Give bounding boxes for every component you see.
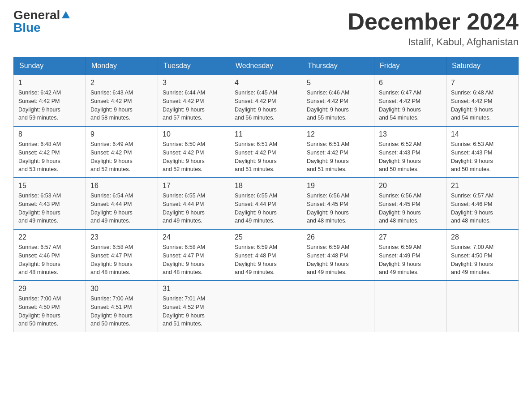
calendar-cell: 25 Sunrise: 6:59 AM Sunset: 4:48 PM Dayl… <box>230 229 302 281</box>
day-number: 19 <box>307 182 369 190</box>
header-day-monday: Monday <box>86 57 158 75</box>
week-row-3: 15 Sunrise: 6:53 AM Sunset: 4:43 PM Dayl… <box>14 178 519 229</box>
day-info: Sunrise: 6:52 AM Sunset: 4:43 PM Dayligh… <box>379 140 442 174</box>
title-section: December 2024 Istalif, Kabul, Afghanista… <box>348 9 519 48</box>
header-row: SundayMondayTuesdayWednesdayThursdayFrid… <box>14 57 519 75</box>
logo-general-text: General <box>13 9 60 21</box>
calendar-cell: 19 Sunrise: 6:56 AM Sunset: 4:45 PM Dayl… <box>302 178 374 229</box>
calendar-cell <box>302 281 374 332</box>
calendar-cell: 11 Sunrise: 6:51 AM Sunset: 4:42 PM Dayl… <box>230 126 302 178</box>
day-number: 26 <box>307 233 369 241</box>
day-number: 3 <box>163 79 225 87</box>
calendar-cell: 28 Sunrise: 7:00 AM Sunset: 4:50 PM Dayl… <box>446 229 519 281</box>
calendar-cell: 12 Sunrise: 6:51 AM Sunset: 4:42 PM Dayl… <box>302 126 374 178</box>
header-day-thursday: Thursday <box>302 57 374 75</box>
calendar-subtitle: Istalif, Kabul, Afghanistan <box>348 36 519 48</box>
calendar-cell: 1 Sunrise: 6:42 AM Sunset: 4:42 PM Dayli… <box>14 75 86 126</box>
calendar-cell: 6 Sunrise: 6:47 AM Sunset: 4:42 PM Dayli… <box>374 75 446 126</box>
calendar-cell: 9 Sunrise: 6:49 AM Sunset: 4:42 PM Dayli… <box>86 126 158 178</box>
day-number: 10 <box>163 130 225 138</box>
day-number: 28 <box>451 233 514 241</box>
day-number: 25 <box>235 233 297 241</box>
header-day-saturday: Saturday <box>446 57 519 75</box>
day-info: Sunrise: 6:45 AM Sunset: 4:42 PM Dayligh… <box>235 89 297 122</box>
calendar-cell <box>446 281 519 332</box>
day-number: 12 <box>307 130 369 138</box>
calendar-cell: 7 Sunrise: 6:48 AM Sunset: 4:42 PM Dayli… <box>446 75 519 126</box>
day-info: Sunrise: 7:00 AM Sunset: 4:50 PM Dayligh… <box>18 295 81 328</box>
week-row-5: 29 Sunrise: 7:00 AM Sunset: 4:50 PM Dayl… <box>14 281 519 332</box>
header-day-sunday: Sunday <box>14 57 86 75</box>
day-number: 30 <box>90 285 153 293</box>
day-number: 24 <box>163 233 225 241</box>
day-number: 6 <box>379 79 442 87</box>
day-number: 23 <box>90 233 153 241</box>
header-day-wednesday: Wednesday <box>230 57 302 75</box>
day-info: Sunrise: 6:54 AM Sunset: 4:44 PM Dayligh… <box>90 192 153 225</box>
day-info: Sunrise: 6:49 AM Sunset: 4:42 PM Dayligh… <box>90 140 153 174</box>
calendar-cell: 3 Sunrise: 6:44 AM Sunset: 4:42 PM Dayli… <box>158 75 230 126</box>
calendar-cell: 30 Sunrise: 7:00 AM Sunset: 4:51 PM Dayl… <box>86 281 158 332</box>
calendar-cell: 29 Sunrise: 7:00 AM Sunset: 4:50 PM Dayl… <box>14 281 86 332</box>
week-row-4: 22 Sunrise: 6:57 AM Sunset: 4:46 PM Dayl… <box>14 229 519 281</box>
day-number: 15 <box>18 182 81 190</box>
week-row-2: 8 Sunrise: 6:48 AM Sunset: 4:42 PM Dayli… <box>14 126 519 178</box>
calendar-cell: 27 Sunrise: 6:59 AM Sunset: 4:49 PM Dayl… <box>374 229 446 281</box>
day-number: 8 <box>18 130 81 138</box>
day-info: Sunrise: 6:53 AM Sunset: 4:43 PM Dayligh… <box>18 192 81 225</box>
calendar-cell: 17 Sunrise: 6:55 AM Sunset: 4:44 PM Dayl… <box>158 178 230 229</box>
calendar-cell <box>230 281 302 332</box>
day-number: 1 <box>18 79 81 87</box>
day-info: Sunrise: 6:58 AM Sunset: 4:47 PM Dayligh… <box>163 243 225 277</box>
day-number: 4 <box>235 79 297 87</box>
calendar-cell: 22 Sunrise: 6:57 AM Sunset: 4:46 PM Dayl… <box>14 229 86 281</box>
day-info: Sunrise: 6:51 AM Sunset: 4:42 PM Dayligh… <box>235 140 297 174</box>
calendar-cell: 18 Sunrise: 6:55 AM Sunset: 4:44 PM Dayl… <box>230 178 302 229</box>
day-info: Sunrise: 6:59 AM Sunset: 4:49 PM Dayligh… <box>379 243 442 277</box>
logo-triangle-icon <box>61 10 71 20</box>
calendar-cell: 10 Sunrise: 6:50 AM Sunset: 4:42 PM Dayl… <box>158 126 230 178</box>
day-info: Sunrise: 6:59 AM Sunset: 4:48 PM Dayligh… <box>235 243 297 277</box>
calendar-cell: 14 Sunrise: 6:53 AM Sunset: 4:43 PM Dayl… <box>446 126 519 178</box>
calendar-cell: 24 Sunrise: 6:58 AM Sunset: 4:47 PM Dayl… <box>158 229 230 281</box>
day-info: Sunrise: 6:59 AM Sunset: 4:48 PM Dayligh… <box>307 243 369 277</box>
day-number: 31 <box>163 285 225 293</box>
svg-marker-0 <box>62 11 70 18</box>
calendar-cell: 21 Sunrise: 6:57 AM Sunset: 4:46 PM Dayl… <box>446 178 519 229</box>
calendar-cell: 23 Sunrise: 6:58 AM Sunset: 4:47 PM Dayl… <box>86 229 158 281</box>
day-info: Sunrise: 6:46 AM Sunset: 4:42 PM Dayligh… <box>307 89 369 122</box>
calendar-cell <box>374 281 446 332</box>
logo: General Blue <box>13 9 71 34</box>
day-number: 17 <box>163 182 225 190</box>
day-info: Sunrise: 7:00 AM Sunset: 4:50 PM Dayligh… <box>451 243 514 277</box>
calendar-cell: 2 Sunrise: 6:43 AM Sunset: 4:42 PM Dayli… <box>86 75 158 126</box>
calendar-table: SundayMondayTuesdayWednesdayThursdayFrid… <box>13 57 519 332</box>
day-info: Sunrise: 6:55 AM Sunset: 4:44 PM Dayligh… <box>163 192 225 225</box>
day-number: 21 <box>451 182 514 190</box>
calendar-cell: 4 Sunrise: 6:45 AM Sunset: 4:42 PM Dayli… <box>230 75 302 126</box>
day-info: Sunrise: 6:53 AM Sunset: 4:43 PM Dayligh… <box>451 140 514 174</box>
header-day-tuesday: Tuesday <box>158 57 230 75</box>
calendar-cell: 8 Sunrise: 6:48 AM Sunset: 4:42 PM Dayli… <box>14 126 86 178</box>
header-day-friday: Friday <box>374 57 446 75</box>
calendar-cell: 13 Sunrise: 6:52 AM Sunset: 4:43 PM Dayl… <box>374 126 446 178</box>
day-number: 27 <box>379 233 442 241</box>
day-number: 16 <box>90 182 153 190</box>
day-info: Sunrise: 7:01 AM Sunset: 4:52 PM Dayligh… <box>163 295 225 328</box>
day-info: Sunrise: 6:48 AM Sunset: 4:42 PM Dayligh… <box>451 89 514 122</box>
calendar-cell: 31 Sunrise: 7:01 AM Sunset: 4:52 PM Dayl… <box>158 281 230 332</box>
calendar-cell: 15 Sunrise: 6:53 AM Sunset: 4:43 PM Dayl… <box>14 178 86 229</box>
calendar-cell: 16 Sunrise: 6:54 AM Sunset: 4:44 PM Dayl… <box>86 178 158 229</box>
week-row-1: 1 Sunrise: 6:42 AM Sunset: 4:42 PM Dayli… <box>14 75 519 126</box>
day-info: Sunrise: 6:56 AM Sunset: 4:45 PM Dayligh… <box>307 192 369 225</box>
calendar-title: December 2024 <box>348 9 519 34</box>
calendar-cell: 20 Sunrise: 6:56 AM Sunset: 4:45 PM Dayl… <box>374 178 446 229</box>
calendar-cell: 26 Sunrise: 6:59 AM Sunset: 4:48 PM Dayl… <box>302 229 374 281</box>
calendar-cell: 5 Sunrise: 6:46 AM Sunset: 4:42 PM Dayli… <box>302 75 374 126</box>
day-info: Sunrise: 6:51 AM Sunset: 4:42 PM Dayligh… <box>307 140 369 174</box>
day-number: 20 <box>379 182 442 190</box>
day-number: 11 <box>235 130 297 138</box>
day-info: Sunrise: 6:47 AM Sunset: 4:42 PM Dayligh… <box>379 89 442 122</box>
day-info: Sunrise: 6:56 AM Sunset: 4:45 PM Dayligh… <box>379 192 442 225</box>
day-info: Sunrise: 6:57 AM Sunset: 4:46 PM Dayligh… <box>451 192 514 225</box>
